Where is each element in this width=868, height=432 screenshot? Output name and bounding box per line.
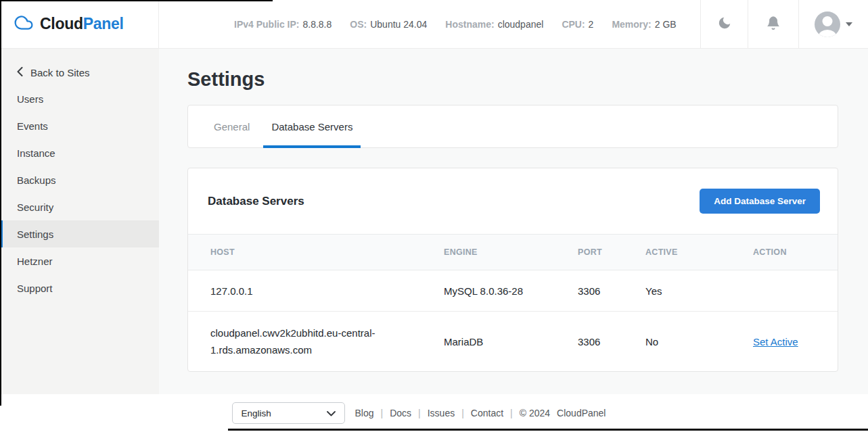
table-row: cloudpanel.cwv2k2ubhitd.eu-central-1.rds…	[188, 312, 838, 372]
separator: |	[510, 408, 513, 418]
user-menu[interactable]	[798, 0, 868, 48]
set-active-link[interactable]: Set Active	[753, 336, 798, 347]
action-cell	[753, 270, 838, 312]
logo-text: CloudPanel	[40, 15, 124, 33]
language-select-value: English	[242, 408, 271, 418]
chevron-left-icon	[17, 67, 23, 78]
stat-hostname: Hostname:cloudpanel	[445, 19, 543, 30]
active-cell: No	[645, 312, 753, 372]
table-header-row: HOST ENGINE PORT ACTIVE ACTION	[188, 235, 838, 270]
database-servers-card: Database Servers Add Database Server HOS…	[187, 168, 838, 372]
blog-link[interactable]: Blog	[355, 408, 374, 418]
sidebar-item-backups[interactable]: Backups	[0, 166, 159, 193]
language-select[interactable]: English	[232, 402, 345, 424]
cloudpanel-app: CloudPanel IPv4 Public IP:8.8.8.8 OS:Ubu…	[0, 0, 868, 432]
column-header-action: ACTION	[753, 235, 838, 270]
card-title: Database Servers	[208, 195, 304, 208]
page-title: Settings	[187, 67, 838, 91]
chevron-down-icon	[846, 22, 852, 26]
screenshot-edge-left	[0, 0, 1, 406]
footer-brand: CloudPanel	[557, 408, 606, 418]
sidebar-item-settings[interactable]: Settings	[0, 220, 159, 247]
engine-cell: MariaDB	[444, 312, 578, 372]
port-cell: 3306	[578, 270, 645, 312]
column-header-host: HOST	[188, 235, 444, 270]
column-header-engine: ENGINE	[444, 235, 578, 270]
tab-database-servers[interactable]: Database Servers	[263, 105, 361, 147]
moon-icon	[717, 16, 732, 33]
screenshot-edge-top	[0, 0, 273, 1]
docs-link[interactable]: Docs	[390, 408, 411, 418]
host-cell: cloudpanel.cwv2k2ubhitd.eu-central-1.rds…	[188, 312, 444, 372]
sidebar-item-security[interactable]: Security	[0, 193, 159, 220]
column-header-active: ACTIVE	[645, 235, 753, 270]
notifications-button[interactable]	[748, 0, 798, 48]
footer: English Blog | Docs | Issues | Contact |…	[0, 394, 868, 432]
cloud-logo-icon	[14, 14, 34, 34]
issues-link[interactable]: Issues	[428, 408, 455, 418]
database-servers-table: HOST ENGINE PORT ACTIVE ACTION 127.0.0.1…	[188, 234, 838, 371]
separator: |	[418, 408, 421, 418]
table-row: 127.0.0.1 MySQL 8.0.36-28 3306 Yes	[188, 270, 838, 312]
sidebar-item-instance[interactable]: Instance	[0, 139, 159, 166]
settings-tabs: General Database Servers	[187, 105, 838, 148]
sidebar-item-hetzner[interactable]: Hetzner	[0, 247, 159, 274]
sidebar-item-users[interactable]: Users	[0, 85, 159, 112]
top-header: CloudPanel IPv4 Public IP:8.8.8.8 OS:Ubu…	[0, 0, 868, 49]
stat-os: OS:Ubuntu 24.04	[350, 19, 427, 30]
bell-icon	[766, 16, 781, 33]
sidebar: Back to Sites Users Events Instance Back…	[0, 49, 159, 394]
header-actions	[700, 0, 868, 48]
main-content: Settings General Database Servers Databa…	[159, 49, 868, 394]
avatar	[815, 11, 840, 37]
separator: |	[461, 408, 464, 418]
chevron-down-icon	[327, 408, 336, 418]
dark-mode-toggle[interactable]	[700, 0, 748, 48]
tab-general[interactable]: General	[206, 105, 258, 147]
logo[interactable]: CloudPanel	[0, 0, 159, 48]
action-cell: Set Active	[753, 312, 838, 372]
host-cell: 127.0.0.1	[188, 270, 444, 312]
stat-memory: Memory:2 GB	[612, 19, 676, 30]
copyright-text: © 2024	[520, 408, 550, 418]
separator: |	[381, 408, 384, 418]
footer-links: Blog | Docs | Issues | Contact | © 2024 …	[355, 408, 606, 418]
sidebar-item-support[interactable]: Support	[0, 274, 159, 302]
sidebar-item-events[interactable]: Events	[0, 112, 159, 139]
stat-ipv4: IPv4 Public IP:8.8.8.8	[234, 19, 332, 30]
card-header: Database Servers Add Database Server	[188, 168, 838, 234]
column-header-port: PORT	[578, 235, 645, 270]
engine-cell: MySQL 8.0.36-28	[444, 270, 578, 312]
screenshot-edge-bottom	[228, 429, 868, 431]
back-to-sites-link[interactable]: Back to Sites	[0, 60, 159, 85]
server-stats: IPv4 Public IP:8.8.8.8 OS:Ubuntu 24.04 H…	[234, 0, 677, 48]
add-database-server-button[interactable]: Add Database Server	[700, 189, 820, 214]
port-cell: 3306	[578, 312, 645, 372]
back-to-sites-label: Back to Sites	[30, 67, 90, 78]
active-cell: Yes	[645, 270, 753, 312]
stat-cpu: CPU:2	[562, 19, 593, 30]
contact-link[interactable]: Contact	[471, 408, 503, 418]
